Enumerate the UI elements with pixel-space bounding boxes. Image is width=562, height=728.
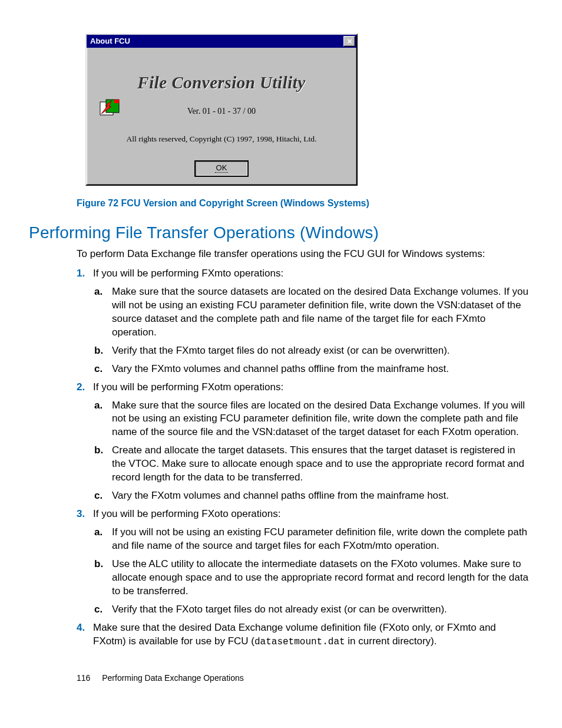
list-item-text: If you will be performing FXoto operatio… xyxy=(93,508,280,519)
list-item-text: If you will be performing FXotm operatio… xyxy=(93,381,283,393)
figure-caption: Figure 72 FCU Version and Copyright Scre… xyxy=(77,197,369,210)
list-item: If you will be performing FXoto operatio… xyxy=(93,508,529,617)
app-title: File Conversion Utility xyxy=(91,71,352,94)
copyright-text: All rights reserved, Copyright (C) 1997,… xyxy=(91,134,352,144)
close-icon: ✕ xyxy=(347,37,352,46)
intro-paragraph: To perform Data Exchange file transfer o… xyxy=(77,248,513,261)
version-text: Ver. 01 - 01 - 37 / 00 xyxy=(91,106,352,117)
list-item: Make sure that the desired Data Exchange… xyxy=(93,621,529,649)
list-subitem: Make sure that the source datasets are l… xyxy=(112,285,529,340)
list-item: If you will be performing FXmto operatio… xyxy=(93,267,529,376)
ok-label: OK xyxy=(215,163,229,173)
section-heading: Performing File Transfer Operations (Win… xyxy=(29,222,379,244)
list-subitem: Vary the FXotm volumes and channel paths… xyxy=(112,489,529,503)
list-subitem: Verify that the FXmto target files do no… xyxy=(112,344,529,358)
list-subitem: If you will not be using an existing FCU… xyxy=(112,526,529,553)
inline-code: datasetmount.dat xyxy=(254,637,345,647)
about-fcu-dialog: About FCU ✕ File Conversion Utility Ver.… xyxy=(85,34,358,186)
footer-section-name: Performing Data Exchange Operations xyxy=(102,673,243,683)
list-item: If you will be performing FXotm operatio… xyxy=(93,381,529,503)
list-subitem: Use the ALC utility to allocate the inte… xyxy=(112,558,529,598)
procedure-list: If you will be performing FXmto operatio… xyxy=(77,262,529,651)
list-item-text-post: in current directory). xyxy=(345,635,437,647)
app-icon xyxy=(100,98,120,118)
dialog-titlebar: About FCU ✕ xyxy=(87,35,356,48)
list-subitem: Vary the FXmto volumes and channel paths… xyxy=(112,363,529,376)
list-item-text: If you will be performing FXmto operatio… xyxy=(93,268,283,279)
page-number: 116 xyxy=(77,673,90,683)
list-subitem: Make sure that the source files are loca… xyxy=(112,399,529,440)
close-button[interactable]: ✕ xyxy=(343,36,355,47)
svg-rect-2 xyxy=(114,100,119,103)
list-subitem: Create and allocate the target datasets.… xyxy=(112,444,529,485)
list-subitem: Verify that the FXoto target files do no… xyxy=(112,603,529,617)
ok-button[interactable]: OK xyxy=(195,161,248,176)
dialog-title: About FCU xyxy=(90,36,130,47)
page-footer: 116 Performing Data Exchange Operations xyxy=(77,673,244,684)
